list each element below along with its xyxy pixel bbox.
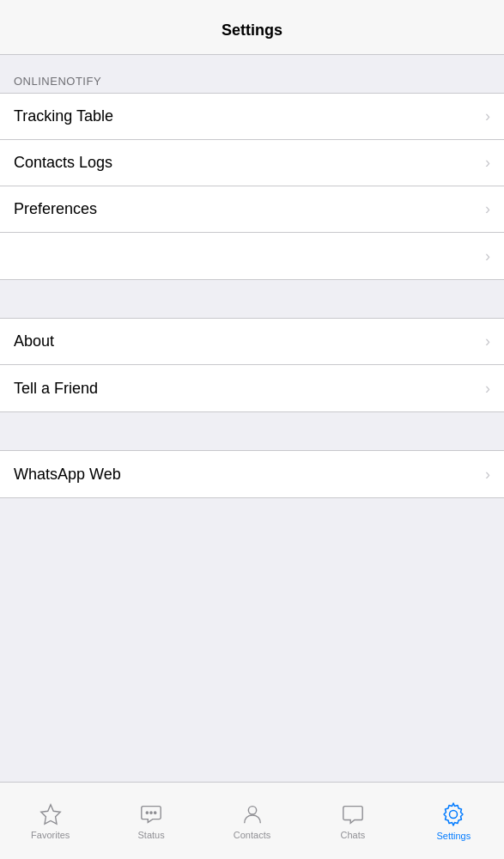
chat-icon [341,802,365,826]
section-onlinenotify: ONLINENOTIFY Tracking Table › Contacts L… [0,55,504,280]
list-group-whatsapp-web: WhatsApp Web › [0,450,504,498]
svg-marker-0 [41,804,60,823]
chevron-icon: › [485,466,490,484]
chevron-icon: › [485,200,490,218]
tab-status-label: Status [138,830,165,840]
list-group-about: About › Tell a Friend › [0,318,504,412]
tab-status[interactable]: Status [100,783,201,859]
tab-favorites[interactable]: Favorites [0,783,100,859]
chevron-icon: › [485,247,490,265]
svg-point-1 [146,812,148,813]
tab-chats-label: Chats [341,830,366,840]
tab-settings-label: Settings [436,831,471,841]
svg-point-3 [155,812,156,813]
tab-settings[interactable]: Settings [404,783,504,859]
gear-settings-icon [440,801,466,827]
section-spacer-2 [0,412,504,450]
list-item-tracking-table[interactable]: Tracking Table › [0,94,504,140]
list-item-empty[interactable]: › [0,233,504,279]
tab-favorites-label: Favorites [31,830,70,840]
list-item-contacts-logs[interactable]: Contacts Logs › [0,140,504,186]
tab-contacts-label: Contacts [234,830,270,840]
star-icon [39,802,63,826]
tab-bar: Favorites Status Contacts Chats Settings [0,782,504,859]
section-header-onlinenotify: ONLINENOTIFY [0,55,504,93]
chevron-icon: › [485,380,490,398]
page-header: Settings [0,0,504,55]
chevron-icon: › [485,332,490,350]
section-about: About › Tell a Friend › [0,318,504,412]
chevron-icon: › [485,107,490,125]
list-item-tell-a-friend[interactable]: Tell a Friend › [0,365,504,411]
svg-point-5 [450,810,458,818]
chevron-icon: › [485,154,490,172]
list-item-preferences[interactable]: Preferences › [0,186,504,233]
svg-point-4 [248,806,256,813]
list-item-whatsapp-web[interactable]: WhatsApp Web › [0,451,504,497]
person-icon [240,802,264,826]
svg-point-2 [150,812,152,813]
section-spacer-1 [0,280,504,318]
tab-contacts[interactable]: Contacts [202,783,302,859]
tab-chats[interactable]: Chats [302,783,403,859]
section-whatsapp-web: WhatsApp Web › [0,450,504,498]
chat-bubble-icon [139,802,163,826]
list-item-about[interactable]: About › [0,319,504,365]
list-group-onlinenotify: Tracking Table › Contacts Logs › Prefere… [0,93,504,280]
page-title: Settings [222,21,282,40]
